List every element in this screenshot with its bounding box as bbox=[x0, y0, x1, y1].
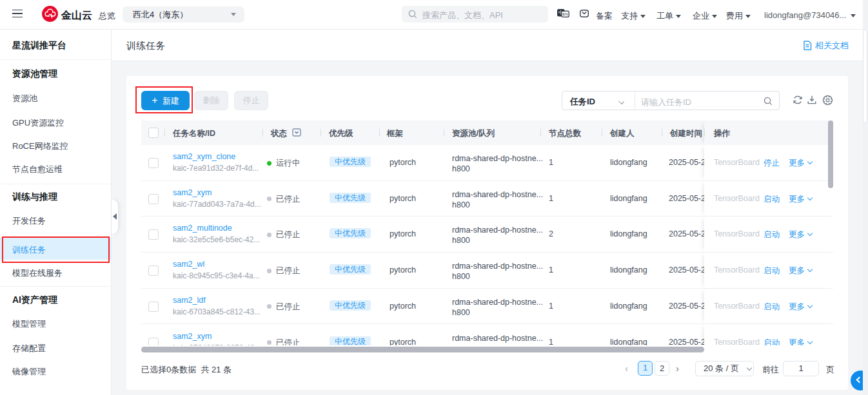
svg-text:EN: EN bbox=[562, 12, 567, 16]
